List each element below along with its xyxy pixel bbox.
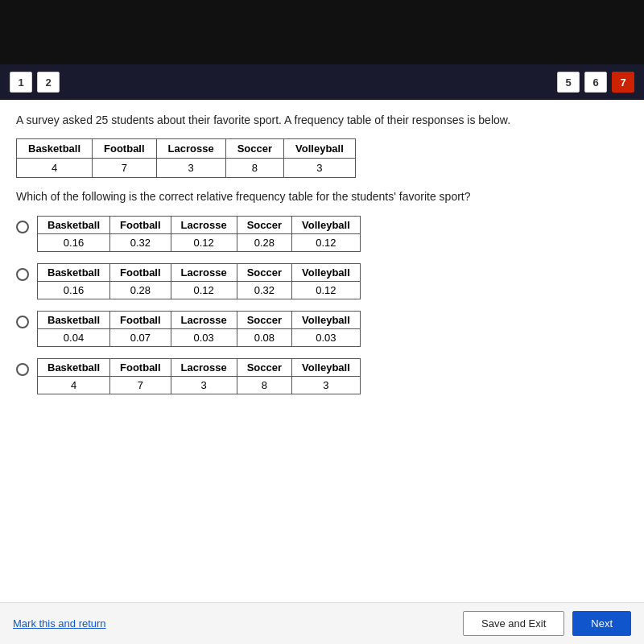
option-c-data-row: 0.04 0.07 0.03 0.08 0.03 xyxy=(38,329,361,347)
opt-b-h-volleyball: Volleyball xyxy=(292,264,361,282)
opt-b-v-football: 0.28 xyxy=(110,282,171,299)
option-c-header-row: Basketball Football Lacrosse Soccer Voll… xyxy=(38,312,361,329)
opt-c-h-volleyball: Volleyball xyxy=(292,312,361,329)
nav-btn-7[interactable]: 7 xyxy=(612,72,634,93)
opt-c-h-soccer: Soccer xyxy=(237,312,291,329)
nav-btn-2[interactable]: 2 xyxy=(37,72,60,93)
save-exit-button[interactable]: Save and Exit xyxy=(463,611,564,636)
opt-d-h-lacrosse: Lacrosse xyxy=(171,359,237,377)
option-table-c: Basketball Football Lacrosse Soccer Voll… xyxy=(37,311,361,347)
val-soccer: 8 xyxy=(225,158,283,177)
opt-d-v-football: 7 xyxy=(110,377,171,394)
option-d[interactable]: Basketball Football Lacrosse Soccer Voll… xyxy=(16,358,628,394)
header-football: Football xyxy=(93,138,157,158)
dark-top-bar xyxy=(0,0,644,64)
option-a-data-row: 0.16 0.32 0.12 0.28 0.12 xyxy=(38,234,361,252)
opt-d-h-volleyball: Volleyball xyxy=(292,359,361,377)
opt-b-v-volleyball: 0.12 xyxy=(292,282,361,299)
opt-c-v-volleyball: 0.03 xyxy=(292,329,361,347)
opt-c-h-basketball: Basketball xyxy=(38,312,110,329)
val-football: 7 xyxy=(93,158,157,177)
radio-a[interactable] xyxy=(16,221,29,233)
option-table-b: Basketball Football Lacrosse Soccer Voll… xyxy=(37,263,361,299)
option-d-header-row: Basketball Football Lacrosse Soccer Voll… xyxy=(38,359,361,377)
val-basketball: 4 xyxy=(17,158,93,177)
option-table-a: Basketball Football Lacrosse Soccer Voll… xyxy=(37,216,361,252)
opt-b-v-basketball: 0.16 xyxy=(38,282,110,299)
opt-d-h-soccer: Soccer xyxy=(237,359,291,377)
mark-return-link[interactable]: Mark this and return xyxy=(13,617,455,630)
opt-a-v-football: 0.32 xyxy=(110,234,171,252)
header-basketball: Basketball xyxy=(17,138,93,158)
option-b[interactable]: Basketball Football Lacrosse Soccer Voll… xyxy=(16,263,628,299)
header-volleyball: Volleyball xyxy=(284,138,356,158)
opt-c-v-football: 0.07 xyxy=(110,329,171,347)
opt-d-v-basketball: 4 xyxy=(38,377,110,394)
option-a-header-row: Basketball Football Lacrosse Soccer Voll… xyxy=(38,217,361,234)
next-button[interactable]: Next xyxy=(572,611,631,636)
opt-c-v-lacrosse: 0.03 xyxy=(171,329,237,347)
opt-d-v-lacrosse: 3 xyxy=(171,377,237,394)
radio-d[interactable] xyxy=(16,363,29,376)
opt-c-v-basketball: 0.04 xyxy=(38,329,110,347)
freq-table-data-row: 4 7 3 8 3 xyxy=(17,158,356,177)
option-b-data-row: 0.16 0.28 0.12 0.32 0.12 xyxy=(38,282,361,299)
opt-b-v-soccer: 0.32 xyxy=(237,282,291,299)
nav-btn-1[interactable]: 1 xyxy=(10,72,32,93)
bottom-bar: Mark this and return Save and Exit Next xyxy=(0,602,644,644)
opt-b-h-basketball: Basketball xyxy=(38,264,110,282)
opt-b-h-lacrosse: Lacrosse xyxy=(171,264,237,282)
nav-btn-6[interactable]: 6 xyxy=(584,72,607,93)
opt-d-h-basketball: Basketball xyxy=(38,359,110,377)
header-lacrosse: Lacrosse xyxy=(156,138,225,158)
option-c[interactable]: Basketball Football Lacrosse Soccer Voll… xyxy=(16,311,628,347)
freq-table-header-row: Basketball Football Lacrosse Soccer Voll… xyxy=(17,138,356,158)
frequency-table: Basketball Football Lacrosse Soccer Voll… xyxy=(16,138,356,178)
option-table-d: Basketball Football Lacrosse Soccer Voll… xyxy=(37,358,361,394)
opt-a-v-volleyball: 0.12 xyxy=(292,234,361,252)
option-a[interactable]: Basketball Football Lacrosse Soccer Voll… xyxy=(16,216,628,252)
option-d-data-row: 4 7 3 8 3 xyxy=(38,377,361,394)
opt-b-h-soccer: Soccer xyxy=(237,264,291,282)
sub-question-text: Which of the following is the correct re… xyxy=(16,189,628,205)
opt-c-v-soccer: 0.08 xyxy=(237,329,291,347)
val-volleyball: 3 xyxy=(284,158,356,177)
radio-c[interactable] xyxy=(16,316,29,328)
opt-a-h-volleyball: Volleyball xyxy=(292,217,361,234)
opt-d-h-football: Football xyxy=(110,359,171,377)
option-b-header-row: Basketball Football Lacrosse Soccer Voll… xyxy=(38,264,361,282)
opt-b-v-lacrosse: 0.12 xyxy=(171,282,237,299)
opt-c-h-lacrosse: Lacrosse xyxy=(171,312,237,329)
radio-b[interactable] xyxy=(16,268,29,281)
opt-a-h-football: Football xyxy=(110,217,171,234)
opt-a-v-basketball: 0.16 xyxy=(38,234,110,252)
navigation-bar: 1 2 5 6 7 xyxy=(0,64,644,100)
opt-d-v-soccer: 8 xyxy=(237,377,291,394)
answer-options: Basketball Football Lacrosse Soccer Voll… xyxy=(16,216,628,394)
opt-a-v-soccer: 0.28 xyxy=(237,234,291,252)
opt-b-h-football: Football xyxy=(110,264,171,282)
opt-c-h-football: Football xyxy=(110,312,171,329)
header-soccer: Soccer xyxy=(225,138,283,158)
nav-btn-5[interactable]: 5 xyxy=(557,72,580,93)
opt-a-v-lacrosse: 0.12 xyxy=(171,234,237,252)
val-lacrosse: 3 xyxy=(156,158,225,177)
opt-d-v-volleyball: 3 xyxy=(292,377,361,394)
question-intro: A survey asked 25 students about their f… xyxy=(16,113,628,129)
opt-a-h-soccer: Soccer xyxy=(237,217,291,234)
content-area: A survey asked 25 students about their f… xyxy=(0,100,644,602)
opt-a-h-lacrosse: Lacrosse xyxy=(171,217,237,234)
opt-a-h-basketball: Basketball xyxy=(38,217,110,234)
